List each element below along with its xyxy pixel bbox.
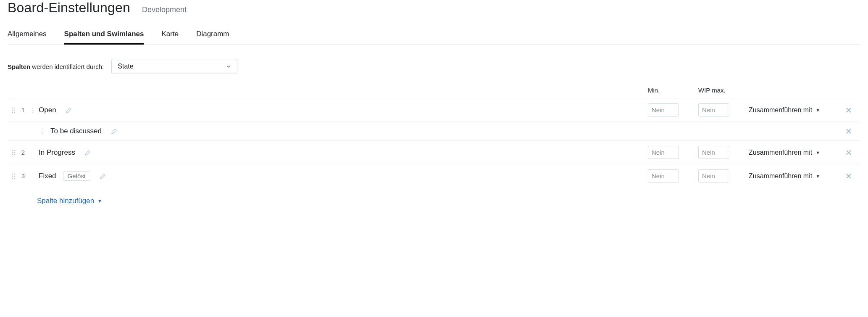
drag-handle-icon[interactable]: [27, 107, 39, 114]
tab-columns[interactable]: Spalten und Swimlanes: [64, 26, 144, 45]
row-number: 3: [19, 172, 27, 180]
svg-point-4: [12, 111, 13, 113]
pencil-icon[interactable]: [66, 107, 72, 114]
svg-point-18: [12, 173, 13, 174]
svg-point-16: [12, 154, 13, 155]
column-name: Open: [39, 106, 56, 114]
status-badge: Gelöst: [63, 171, 90, 181]
svg-point-8: [32, 111, 34, 113]
svg-point-11: [42, 133, 44, 134]
svg-point-20: [12, 175, 13, 177]
column-name: In Progress: [39, 148, 75, 157]
svg-point-13: [14, 150, 15, 151]
tab-card[interactable]: Karte: [161, 26, 179, 44]
caret-down-icon: ▼: [97, 198, 102, 203]
merge-with-button[interactable]: Zusammenführen mit ▼: [749, 149, 820, 156]
drag-handle-icon[interactable]: [8, 107, 19, 114]
board-name: Development: [142, 5, 187, 14]
tab-chart[interactable]: Diagramm: [196, 26, 229, 44]
svg-point-0: [12, 107, 13, 108]
column-row: 2 In Progress Zusammenführen mit ▼: [8, 140, 860, 164]
drag-handle-icon[interactable]: [37, 128, 49, 135]
svg-point-23: [14, 177, 15, 179]
min-input[interactable]: [648, 146, 679, 159]
identify-select[interactable]: State: [111, 59, 237, 74]
svg-point-14: [12, 152, 13, 153]
column-name: To be discussed: [50, 127, 102, 135]
caret-down-icon: ▼: [815, 174, 820, 179]
identify-select-value: State: [118, 63, 133, 70]
col-header-min: Min.: [648, 87, 698, 94]
pencil-icon[interactable]: [100, 173, 106, 180]
pencil-icon[interactable]: [84, 149, 91, 156]
identify-label: Spalten werden identifiziert durch:: [8, 63, 104, 70]
wip-input[interactable]: [698, 146, 729, 159]
min-input[interactable]: [648, 169, 679, 182]
add-column-button[interactable]: Spalte hinzufügen ▼: [37, 197, 102, 205]
drag-handle-icon[interactable]: [8, 149, 19, 156]
column-row: 3 Fixed Gelöst Zusammenführen mit ▼: [8, 164, 860, 188]
caret-down-icon: ▼: [815, 108, 820, 113]
tab-general[interactable]: Allgemeines: [8, 26, 47, 44]
svg-point-22: [12, 177, 13, 179]
svg-point-10: [42, 131, 44, 132]
row-number: 2: [19, 149, 27, 156]
chevron-down-icon: [226, 64, 231, 69]
drag-handle-icon[interactable]: [8, 173, 19, 180]
tabs: Allgemeines Spalten und Swimlanes Karte …: [8, 26, 860, 45]
col-header-wip: WIP max.: [698, 87, 749, 94]
svg-point-17: [14, 154, 15, 155]
merge-with-button[interactable]: Zusammenführen mit ▼: [749, 172, 820, 180]
caret-down-icon: ▼: [815, 150, 820, 155]
svg-point-7: [32, 109, 34, 111]
close-icon[interactable]: [845, 107, 860, 114]
merge-with-button[interactable]: Zusammenführen mit ▼: [749, 106, 820, 114]
page-title: Board-Einstellungen: [8, 0, 130, 16]
svg-point-9: [42, 129, 44, 130]
row-number: 1: [19, 106, 27, 114]
close-icon[interactable]: [845, 128, 860, 135]
svg-point-5: [14, 111, 15, 113]
svg-point-19: [14, 173, 15, 174]
close-icon[interactable]: [845, 149, 860, 156]
svg-point-1: [14, 107, 15, 108]
pencil-icon[interactable]: [111, 128, 118, 135]
column-row: 1 Open Zusammenführen mit ▼: [8, 98, 860, 122]
wip-input[interactable]: [698, 169, 729, 182]
svg-point-21: [14, 175, 15, 177]
svg-point-2: [12, 109, 13, 111]
column-subrow: To be discussed: [8, 122, 860, 140]
min-input[interactable]: [648, 103, 679, 116]
close-icon[interactable]: [845, 173, 860, 180]
svg-point-15: [14, 152, 15, 153]
svg-point-12: [12, 150, 13, 151]
svg-point-3: [14, 109, 15, 111]
column-name: Fixed: [39, 172, 56, 180]
wip-input[interactable]: [698, 103, 729, 116]
svg-point-6: [32, 107, 34, 108]
